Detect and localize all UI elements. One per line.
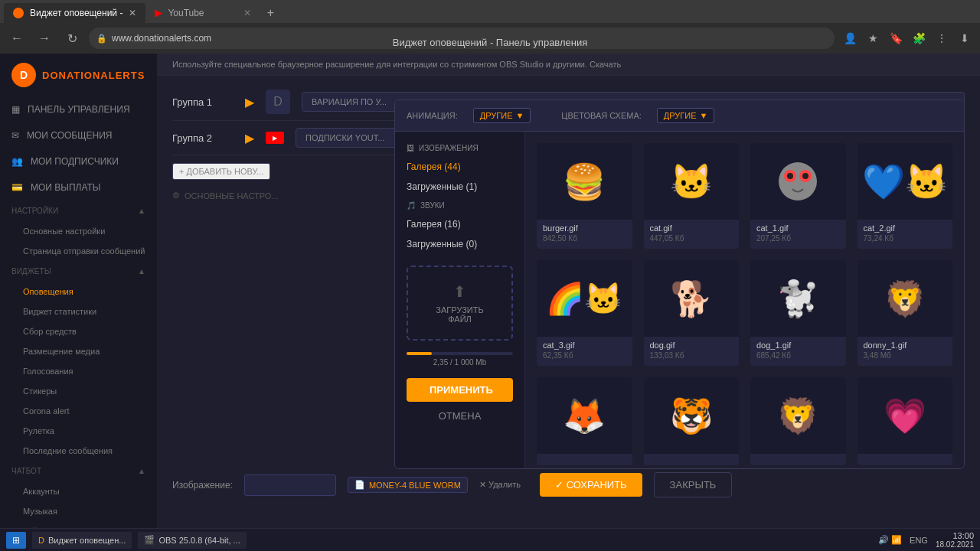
- forward-button[interactable]: →: [34, 28, 55, 49]
- messages-icon: ✉: [11, 130, 19, 141]
- animation-value: ДРУГИЕ: [480, 111, 513, 120]
- image-name-12: [858, 454, 953, 459]
- apply-button[interactable]: ПРИМЕНИТЬ: [407, 378, 513, 402]
- bookmark-icon[interactable]: 🔖: [887, 29, 905, 47]
- image-card-9[interactable]: 🦊: [537, 377, 632, 465]
- upload-area[interactable]: ⬆ ЗАГРУЗИТЬ ФАЙЛ: [407, 266, 513, 341]
- image-card-dog[interactable]: 🐕 dog.gif 133,03 Кб: [644, 260, 740, 366]
- taskbar-clock: 13:00 18.02.2021: [936, 531, 974, 549]
- image-card-burger[interactable]: 🍔 burger.gif 842,50 Кб: [537, 143, 632, 249]
- image-card-10[interactable]: 🐯: [644, 377, 740, 465]
- image-card-cat[interactable]: 🐱 cat.gif 447,05 Кб: [644, 143, 740, 249]
- color-value: ДРУГИЕ: [664, 111, 697, 120]
- nav-right: 👤 ★ 🔖 🧩 ⋮ ⬇: [841, 29, 974, 47]
- group-1-play[interactable]: ▶: [245, 95, 254, 109]
- image-picker-modal: АНИМАЦИЯ: ДРУГИЕ ▼ ЦВЕТОВАЯ СХЕМА: ДРУГИ…: [394, 99, 965, 469]
- image-size-9: [537, 459, 632, 465]
- sidebar-item-timers[interactable]: Таймеры: [0, 521, 157, 528]
- save-button[interactable]: ✓ СОХРАНИТЬ: [540, 473, 642, 497]
- taskbar-app1[interactable]: D Виджет оповещен...: [32, 532, 132, 549]
- images-section-header: 🖼 ИЗОБРАЖЕНИЯ: [395, 139, 524, 157]
- sidebar-item-send-page[interactable]: Страница отправки сообщений: [0, 241, 157, 261]
- taskbar-date: 18.02.2021: [936, 540, 974, 549]
- sidebar-item-accounts[interactable]: Аккаунты: [0, 481, 157, 501]
- image-card-11[interactable]: 🦁: [750, 377, 846, 465]
- add-new-button[interactable]: + ДОБАВИТЬ НОВУ...: [172, 163, 270, 180]
- image-card-12[interactable]: 💗: [858, 377, 953, 465]
- image-card-dog1[interactable]: 🐩 dog_1.gif 685,42 Кб: [750, 260, 846, 366]
- sidebar-item-last-messages[interactable]: Последние сообщения: [0, 441, 157, 461]
- group-1-label: Группа 1: [172, 96, 234, 108]
- image-name-cat3: cat_3.gif: [537, 337, 632, 351]
- tab-da-label: Виджет оповещений -: [30, 8, 122, 18]
- sidebar-item-stickers[interactable]: Стикеры: [0, 381, 157, 401]
- image-name-dog1: dog_1.gif: [750, 337, 846, 351]
- left-panel: 🖼 ИЗОБРАЖЕНИЯ Галерея (44) Загруженные (…: [395, 132, 525, 468]
- refresh-button[interactable]: ↻: [61, 28, 83, 49]
- menu-icon[interactable]: ⋮: [933, 29, 951, 47]
- tab-yt-close[interactable]: ✕: [243, 8, 251, 18]
- sidebar-item-stats[interactable]: Виджет статистики: [0, 302, 157, 321]
- image-input[interactable]: [244, 474, 336, 496]
- sidebar-item-corona[interactable]: Corona alert: [0, 401, 157, 421]
- sidebar-item-alerts[interactable]: Оповещения: [0, 282, 157, 302]
- dog-emoji: 🐕: [670, 279, 713, 319]
- sidebar-item-payouts[interactable]: 💳 МОИ ВЫПЛАТЫ: [0, 174, 157, 201]
- image-size-cat3: 62,35 Кб: [537, 351, 632, 366]
- image-card-donny[interactable]: 🦁 donny_1.gif 3,48 Мб: [858, 260, 953, 366]
- image-thumb-12: 💗: [858, 377, 953, 454]
- sounds-section-label: ЗВУКИ: [420, 201, 445, 210]
- delete-file-button[interactable]: ✕ Удалить: [479, 480, 521, 490]
- tab-yt-label: YouTube: [168, 8, 204, 18]
- uploaded-item[interactable]: Загруженные (1): [395, 177, 524, 197]
- taskbar-app2[interactable]: 🎬 OBS 25.0.8 (64-bit, ...: [138, 532, 246, 549]
- sounds-uploaded-item[interactable]: Загруженные (0): [395, 234, 524, 254]
- sounds-gallery-item[interactable]: Галерея (16): [395, 214, 524, 234]
- sidebar-item-music[interactable]: Музыкая: [0, 501, 157, 521]
- sidebar-item-messages[interactable]: ✉ МОИ СООБЩЕНИЯ: [0, 122, 157, 148]
- animation-dropdown[interactable]: ДРУГИЕ ▼: [473, 108, 531, 123]
- image-size-donny: 3,48 Мб: [858, 351, 953, 366]
- new-tab-button[interactable]: +: [260, 3, 280, 23]
- cancel-button[interactable]: ОТМЕНА: [407, 406, 513, 426]
- sidebar-item-roulette[interactable]: Рулетка: [0, 421, 157, 441]
- download-icon[interactable]: ⬇: [956, 29, 974, 47]
- sidebar-item-dashboard[interactable]: ▦ ПАНЕЛЬ УПРАВЛЕНИЯ: [0, 96, 157, 122]
- profile-icon[interactable]: 👤: [841, 29, 859, 47]
- image-card-cat2[interactable]: 💙🐱 cat_2.gif 73,24 Кб: [858, 143, 953, 249]
- star-icon[interactable]: ★: [864, 29, 882, 47]
- image-card-cat1[interactable]: cat_1.gif 207,25 Кб: [750, 143, 846, 249]
- address-text: www.donationalerts.com: [112, 33, 211, 44]
- gallery-item[interactable]: Галерея (44): [395, 157, 524, 177]
- close-button[interactable]: ЗАКРЫТЬ: [654, 472, 733, 497]
- tab-youtube[interactable]: ▶ YouTube ✕: [145, 3, 260, 23]
- right-panel: 🍔 burger.gif 842,50 Кб 🐱 cat.gif 447,05 …: [525, 132, 964, 468]
- extension-icon[interactable]: 🧩: [910, 29, 928, 47]
- sidebar-item-fundraising[interactable]: Сбор средств: [0, 321, 157, 341]
- sidebar-item-basic-settings[interactable]: Основные настройки: [0, 221, 157, 241]
- image-thumb-cat3: 🌈🐱: [537, 260, 632, 337]
- image-name-10: [644, 454, 740, 459]
- basic-settings-label: ОСНОВНЫЕ НАСТРО...: [185, 191, 279, 201]
- subscribers-icon: 👥: [11, 156, 23, 167]
- bottom-bar: Изображение: 📄 MONEY-4 BLUE WORM ✕ Удали…: [157, 465, 980, 505]
- taskbar-lang: ENG: [910, 536, 928, 545]
- page-body: Используйте специальное браузерное расши…: [157, 54, 980, 528]
- tab-da-close[interactable]: ✕: [129, 8, 136, 18]
- file-icon: 📄: [354, 480, 365, 490]
- back-button[interactable]: ←: [6, 28, 28, 49]
- image-card-cat3[interactable]: 🌈🐱 cat_3.gif 62,35 Кб: [537, 260, 632, 366]
- sidebar: D DONATIONALERTS ▦ ПАНЕЛЬ УПРАВЛЕНИЯ ✉ М…: [0, 54, 157, 528]
- logo-area: D DONATIONALERTS: [0, 54, 157, 96]
- sidebar-item-media[interactable]: Размещение медиа: [0, 341, 157, 361]
- taskbar-app1-label: Виджет оповещен...: [48, 536, 126, 545]
- sidebar-item-subscribers[interactable]: 👥 МОИ ПОДПИСЧИКИ: [0, 148, 157, 174]
- tab-donationalerts[interactable]: Виджет оповещений - ✕: [4, 3, 145, 23]
- sidebar-item-voting[interactable]: Голосования: [0, 361, 157, 381]
- image-thumb-cat: 🐱: [644, 143, 740, 220]
- img11-emoji: 🦁: [776, 396, 819, 436]
- group-2-play[interactable]: ▶: [245, 131, 254, 145]
- start-button[interactable]: ⊞: [6, 532, 26, 549]
- storage-bar-container: 2,35 / 1 000 Mb: [407, 352, 513, 367]
- color-dropdown[interactable]: ДРУГИЕ ▼: [657, 108, 715, 123]
